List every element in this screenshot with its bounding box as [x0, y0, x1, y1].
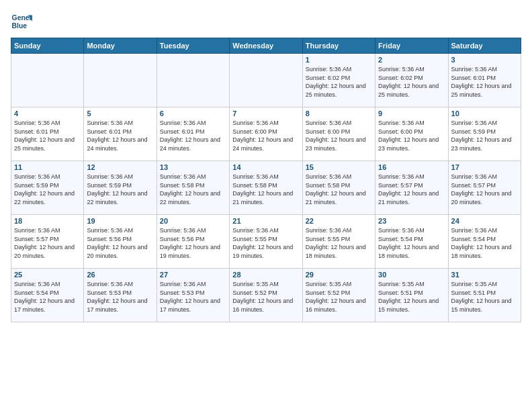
day-info: Sunrise: 5:36 AM Sunset: 5:55 PM Dayligh…	[232, 226, 299, 260]
calendar-cell: 19Sunrise: 5:36 AM Sunset: 5:56 PM Dayli…	[84, 215, 157, 269]
calendar-cell: 31Sunrise: 5:35 AM Sunset: 5:51 PM Dayli…	[448, 269, 521, 322]
calendar-cell: 22Sunrise: 5:36 AM Sunset: 5:55 PM Dayli…	[302, 215, 375, 269]
day-number: 25	[14, 271, 81, 279]
calendar-cell	[84, 54, 157, 107]
calendar-cell	[230, 54, 302, 107]
day-info: Sunrise: 5:36 AM Sunset: 5:59 PM Dayligh…	[14, 173, 81, 206]
svg-text:Blue: Blue	[12, 22, 28, 30]
day-number: 1	[306, 56, 372, 64]
week-row-1: 1Sunrise: 5:36 AM Sunset: 6:02 PM Daylig…	[11, 54, 521, 107]
day-info: Sunrise: 5:36 AM Sunset: 6:01 PM Dayligh…	[14, 119, 81, 152]
day-info: Sunrise: 5:36 AM Sunset: 6:01 PM Dayligh…	[451, 65, 518, 99]
day-number: 24	[451, 217, 518, 225]
day-info: Sunrise: 5:36 AM Sunset: 5:58 PM Dayligh…	[232, 173, 299, 206]
day-info: Sunrise: 5:36 AM Sunset: 5:57 PM Dayligh…	[378, 173, 445, 206]
day-number: 15	[306, 163, 372, 171]
day-number: 5	[87, 109, 153, 118]
day-info: Sunrise: 5:36 AM Sunset: 6:00 PM Dayligh…	[232, 119, 299, 152]
day-number: 21	[232, 217, 299, 225]
calendar-cell: 26Sunrise: 5:36 AM Sunset: 5:53 PM Dayli…	[84, 269, 157, 322]
day-number: 23	[378, 217, 445, 225]
day-number: 14	[232, 163, 299, 171]
calendar-cell: 2Sunrise: 5:36 AM Sunset: 6:02 PM Daylig…	[375, 54, 448, 107]
calendar-cell: 7Sunrise: 5:36 AM Sunset: 6:00 PM Daylig…	[230, 107, 302, 161]
day-number: 12	[87, 163, 153, 171]
calendar-cell: 30Sunrise: 5:35 AM Sunset: 5:51 PM Dayli…	[375, 269, 448, 322]
calendar-cell: 13Sunrise: 5:36 AM Sunset: 5:58 PM Dayli…	[157, 161, 229, 215]
calendar-cell: 29Sunrise: 5:35 AM Sunset: 5:52 PM Dayli…	[302, 269, 375, 322]
calendar-cell: 28Sunrise: 5:35 AM Sunset: 5:52 PM Dayli…	[230, 269, 302, 322]
page-header: General Blue	[11, 11, 521, 32]
day-info: Sunrise: 5:36 AM Sunset: 5:57 PM Dayligh…	[451, 173, 518, 206]
calendar-cell: 21Sunrise: 5:36 AM Sunset: 5:55 PM Dayli…	[230, 215, 302, 269]
calendar-cell: 23Sunrise: 5:36 AM Sunset: 5:54 PM Dayli…	[375, 215, 448, 269]
calendar-cell: 25Sunrise: 5:36 AM Sunset: 5:54 PM Dayli…	[11, 269, 84, 322]
calendar-cell: 18Sunrise: 5:36 AM Sunset: 5:57 PM Dayli…	[11, 215, 84, 269]
day-number: 11	[14, 163, 81, 171]
calendar-cell: 4Sunrise: 5:36 AM Sunset: 6:01 PM Daylig…	[11, 107, 84, 161]
day-info: Sunrise: 5:36 AM Sunset: 6:02 PM Dayligh…	[378, 65, 445, 99]
day-number: 19	[87, 217, 153, 225]
calendar-cell: 5Sunrise: 5:36 AM Sunset: 6:01 PM Daylig…	[84, 107, 157, 161]
weekday-header-friday: Friday	[375, 38, 448, 54]
day-number: 20	[160, 217, 226, 225]
calendar-cell: 17Sunrise: 5:36 AM Sunset: 5:57 PM Dayli…	[448, 161, 521, 215]
calendar-cell: 11Sunrise: 5:36 AM Sunset: 5:59 PM Dayli…	[11, 161, 84, 215]
day-info: Sunrise: 5:36 AM Sunset: 6:02 PM Dayligh…	[306, 65, 372, 99]
day-number: 26	[87, 271, 153, 279]
day-info: Sunrise: 5:36 AM Sunset: 5:58 PM Dayligh…	[306, 173, 372, 206]
calendar-cell: 6Sunrise: 5:36 AM Sunset: 6:01 PM Daylig…	[157, 107, 229, 161]
day-number: 9	[378, 109, 445, 118]
day-number: 30	[378, 271, 445, 279]
calendar-cell: 14Sunrise: 5:36 AM Sunset: 5:58 PM Dayli…	[230, 161, 302, 215]
calendar-cell: 15Sunrise: 5:36 AM Sunset: 5:58 PM Dayli…	[302, 161, 375, 215]
day-number: 4	[14, 109, 81, 118]
day-number: 22	[306, 217, 372, 225]
day-info: Sunrise: 5:35 AM Sunset: 5:51 PM Dayligh…	[378, 280, 445, 314]
day-info: Sunrise: 5:36 AM Sunset: 6:01 PM Dayligh…	[87, 119, 153, 152]
day-info: Sunrise: 5:36 AM Sunset: 5:53 PM Dayligh…	[160, 280, 226, 314]
day-number: 31	[451, 271, 518, 279]
day-number: 6	[160, 109, 226, 118]
day-info: Sunrise: 5:36 AM Sunset: 5:53 PM Dayligh…	[87, 280, 153, 314]
day-info: Sunrise: 5:36 AM Sunset: 5:54 PM Dayligh…	[378, 226, 445, 260]
weekday-header-wednesday: Wednesday	[230, 38, 302, 54]
calendar-cell: 1Sunrise: 5:36 AM Sunset: 6:02 PM Daylig…	[302, 54, 375, 107]
day-info: Sunrise: 5:36 AM Sunset: 5:59 PM Dayligh…	[451, 119, 518, 152]
logo: General Blue	[11, 11, 32, 32]
calendar-cell	[157, 54, 229, 107]
day-info: Sunrise: 5:35 AM Sunset: 5:52 PM Dayligh…	[306, 280, 372, 314]
calendar-cell: 16Sunrise: 5:36 AM Sunset: 5:57 PM Dayli…	[375, 161, 448, 215]
day-info: Sunrise: 5:36 AM Sunset: 5:57 PM Dayligh…	[14, 226, 81, 260]
day-info: Sunrise: 5:35 AM Sunset: 5:52 PM Dayligh…	[232, 280, 299, 314]
day-info: Sunrise: 5:36 AM Sunset: 6:00 PM Dayligh…	[378, 119, 445, 152]
day-number: 27	[160, 271, 226, 279]
day-number: 3	[451, 56, 518, 64]
day-number: 10	[451, 109, 518, 118]
calendar-cell: 9Sunrise: 5:36 AM Sunset: 6:00 PM Daylig…	[375, 107, 448, 161]
calendar-body: 1Sunrise: 5:36 AM Sunset: 6:02 PM Daylig…	[11, 54, 521, 322]
weekday-header-thursday: Thursday	[302, 38, 375, 54]
day-info: Sunrise: 5:36 AM Sunset: 5:54 PM Dayligh…	[451, 226, 518, 260]
weekday-header-sunday: Sunday	[11, 38, 84, 54]
day-number: 7	[232, 109, 299, 118]
day-number: 8	[306, 109, 372, 118]
logo-icon: General Blue	[11, 11, 32, 32]
weekday-header-saturday: Saturday	[448, 38, 521, 54]
weekday-header-tuesday: Tuesday	[157, 38, 229, 54]
day-number: 16	[378, 163, 445, 171]
weekday-header-monday: Monday	[84, 38, 157, 54]
calendar-cell: 8Sunrise: 5:36 AM Sunset: 6:00 PM Daylig…	[302, 107, 375, 161]
week-row-2: 4Sunrise: 5:36 AM Sunset: 6:01 PM Daylig…	[11, 107, 521, 161]
week-row-4: 18Sunrise: 5:36 AM Sunset: 5:57 PM Dayli…	[11, 215, 521, 269]
day-info: Sunrise: 5:36 AM Sunset: 5:58 PM Dayligh…	[160, 173, 226, 206]
calendar-cell	[11, 54, 84, 107]
day-info: Sunrise: 5:36 AM Sunset: 5:56 PM Dayligh…	[87, 226, 153, 260]
calendar-cell: 3Sunrise: 5:36 AM Sunset: 6:01 PM Daylig…	[448, 54, 521, 107]
week-row-5: 25Sunrise: 5:36 AM Sunset: 5:54 PM Dayli…	[11, 269, 521, 322]
day-number: 18	[14, 217, 81, 225]
day-number: 28	[232, 271, 299, 279]
calendar-cell: 10Sunrise: 5:36 AM Sunset: 5:59 PM Dayli…	[448, 107, 521, 161]
day-info: Sunrise: 5:35 AM Sunset: 5:51 PM Dayligh…	[451, 280, 518, 314]
calendar-table: SundayMondayTuesdayWednesdayThursdayFrid…	[11, 38, 521, 322]
